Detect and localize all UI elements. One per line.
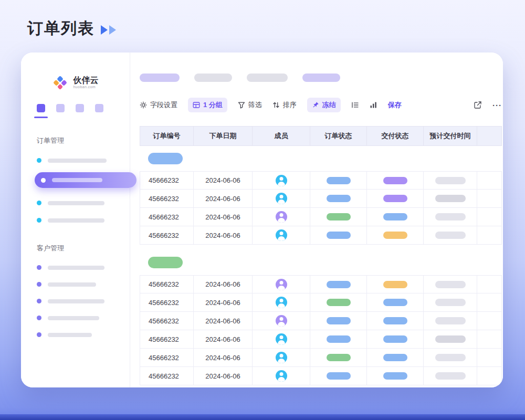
- save-button[interactable]: 保存: [388, 100, 402, 110]
- delivery-status-cell[interactable]: [367, 367, 424, 385]
- order-date-cell[interactable]: 2024-06-06: [194, 208, 253, 226]
- table-row[interactable]: 456662322024-06-06: [140, 190, 502, 208]
- eta-cell[interactable]: [424, 226, 477, 244]
- order-date-cell[interactable]: 2024-06-06: [194, 330, 253, 348]
- order-date-cell[interactable]: 2024-06-06: [194, 349, 253, 366]
- delivery-status-cell[interactable]: [367, 330, 424, 348]
- order-status-cell[interactable]: [310, 367, 367, 385]
- eta-cell[interactable]: [424, 349, 477, 366]
- eta-cell[interactable]: [424, 208, 477, 226]
- column-header-order-no[interactable]: 订单编号: [140, 127, 194, 145]
- order-number-cell[interactable]: 45666232: [140, 367, 194, 385]
- order-date-cell[interactable]: 2024-06-06: [194, 312, 253, 330]
- member-cell[interactable]: [253, 172, 310, 189]
- delivery-status-cell[interactable]: [367, 293, 424, 311]
- order-date-cell[interactable]: 2024-06-06: [194, 226, 253, 244]
- member-cell[interactable]: [253, 293, 310, 311]
- order-status-cell[interactable]: [310, 190, 367, 207]
- delivery-status-cell[interactable]: [367, 172, 424, 189]
- more-button[interactable]: ···: [492, 101, 502, 110]
- column-header-member[interactable]: 成员: [253, 127, 310, 145]
- eta-cell[interactable]: [424, 172, 477, 189]
- table-row[interactable]: 456662322024-06-06: [140, 312, 502, 330]
- order-status-cell[interactable]: [310, 349, 367, 366]
- group-label-pill[interactable]: [148, 257, 183, 268]
- eta-cell[interactable]: [424, 330, 477, 348]
- order-number-cell[interactable]: 45666232: [140, 330, 194, 348]
- filter-button[interactable]: 筛选: [238, 100, 262, 110]
- order-status-cell[interactable]: [310, 276, 367, 293]
- order-status-cell[interactable]: [310, 330, 367, 348]
- group-button[interactable]: 1 分组: [188, 98, 227, 112]
- sidebar-item[interactable]: [37, 158, 130, 163]
- eta-cell[interactable]: [424, 190, 477, 207]
- delivery-status-cell[interactable]: [367, 226, 424, 244]
- sort-button[interactable]: 排序: [272, 100, 297, 110]
- order-date-cell[interactable]: 2024-06-06: [194, 293, 253, 311]
- table-row[interactable]: 456662322024-06-06: [140, 293, 502, 312]
- sidebar-item[interactable]: [37, 332, 130, 337]
- order-date-cell[interactable]: 2024-06-06: [194, 367, 253, 385]
- delivery-status-cell[interactable]: [367, 190, 424, 207]
- delivery-status-cell[interactable]: [367, 312, 424, 330]
- sidebar-item[interactable]: [37, 265, 130, 270]
- order-status-cell[interactable]: [310, 172, 367, 189]
- nav-tab[interactable]: [56, 104, 65, 112]
- row-height-button[interactable]: [351, 101, 359, 109]
- table-row[interactable]: 456662322024-06-06: [140, 330, 502, 349]
- order-number-cell[interactable]: 45666232: [140, 172, 194, 189]
- eta-cell[interactable]: [424, 293, 477, 311]
- order-number-cell[interactable]: 45666232: [140, 226, 194, 244]
- sidebar-item[interactable]: [37, 299, 130, 303]
- member-cell[interactable]: [253, 312, 310, 330]
- member-cell[interactable]: [253, 276, 310, 293]
- sidebar-item[interactable]: [37, 282, 130, 287]
- order-status-cell[interactable]: [310, 208, 367, 226]
- member-cell[interactable]: [253, 367, 310, 385]
- column-header-delivery-status[interactable]: 交付状态: [367, 127, 424, 145]
- eta-cell[interactable]: [424, 276, 477, 293]
- field-settings-button[interactable]: 字段设置: [140, 100, 177, 110]
- column-header-eta[interactable]: 预计交付时间: [424, 127, 477, 145]
- chart-button[interactable]: [370, 101, 377, 109]
- order-number-cell[interactable]: 45666232: [140, 190, 194, 207]
- sidebar-item[interactable]: [37, 201, 130, 205]
- order-date-cell[interactable]: 2024-06-06: [194, 276, 253, 293]
- order-status-cell[interactable]: [310, 312, 367, 330]
- table-row[interactable]: 456662322024-06-06: [140, 367, 502, 385]
- table-row[interactable]: 456662322024-06-06: [140, 275, 502, 293]
- sidebar-item[interactable]: [37, 316, 130, 320]
- order-date-cell[interactable]: 2024-06-06: [194, 190, 253, 207]
- column-header-order-date[interactable]: 下单日期: [194, 127, 253, 145]
- order-status-cell[interactable]: [310, 293, 367, 311]
- order-number-cell[interactable]: 45666232: [140, 312, 194, 330]
- delivery-status-cell[interactable]: [367, 276, 424, 293]
- member-cell[interactable]: [253, 226, 310, 244]
- eta-cell[interactable]: [424, 312, 477, 330]
- nav-tab[interactable]: [95, 104, 103, 112]
- table-row[interactable]: 456662322024-06-06: [140, 226, 502, 245]
- order-number-cell[interactable]: 45666232: [140, 276, 194, 293]
- order-number-cell[interactable]: 45666232: [140, 349, 194, 366]
- delivery-status-cell[interactable]: [367, 349, 424, 366]
- table-row[interactable]: 456662322024-06-06: [140, 171, 502, 190]
- table-row[interactable]: 456662322024-06-06: [140, 208, 502, 226]
- share-button[interactable]: [474, 101, 482, 109]
- delivery-status-cell[interactable]: [367, 208, 424, 226]
- sidebar-item[interactable]: [37, 218, 130, 223]
- order-number-cell[interactable]: 45666232: [140, 293, 194, 311]
- sidebar-item-selected[interactable]: [35, 172, 136, 188]
- column-header-order-status[interactable]: 订单状态: [310, 127, 367, 145]
- order-date-cell[interactable]: 2024-06-06: [194, 172, 253, 189]
- freeze-button[interactable]: 冻结: [307, 98, 341, 112]
- nav-tab-active[interactable]: [37, 104, 45, 112]
- order-number-cell[interactable]: 45666232: [140, 208, 194, 226]
- eta-cell[interactable]: [424, 367, 477, 385]
- order-status-cell[interactable]: [310, 226, 367, 244]
- member-cell[interactable]: [253, 349, 310, 366]
- table-row[interactable]: 456662322024-06-06: [140, 349, 502, 367]
- group-label-pill[interactable]: [148, 153, 183, 164]
- member-cell[interactable]: [253, 330, 310, 348]
- nav-tab[interactable]: [76, 104, 84, 112]
- member-cell[interactable]: [253, 190, 310, 207]
